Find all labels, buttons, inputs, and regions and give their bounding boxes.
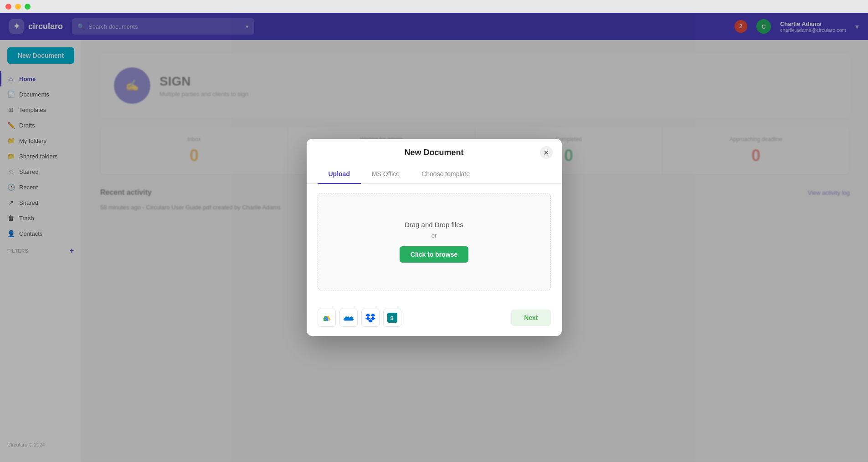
integration-icons: S: [318, 309, 401, 327]
tab-choose-template-label: Choose template: [421, 170, 470, 178]
drop-or-text: or: [336, 232, 532, 239]
browse-button[interactable]: Click to browse: [400, 246, 468, 263]
modal-tabs: Upload MS Office Choose template: [307, 165, 562, 184]
modal-body: Drag and Drop files or Click to browse: [307, 184, 562, 309]
tab-upload[interactable]: Upload: [318, 165, 361, 184]
drop-zone[interactable]: Drag and Drop files or Click to browse: [318, 193, 551, 290]
tab-upload-label: Upload: [329, 170, 350, 178]
tab-ms-office[interactable]: MS Office: [361, 165, 411, 184]
new-document-modal: New Document ✕ Upload MS Office Choose t…: [307, 139, 562, 336]
close-button[interactable]: [5, 4, 11, 10]
modal-overlay: New Document ✕ Upload MS Office Choose t…: [0, 13, 868, 462]
modal-header: New Document ✕: [307, 139, 562, 157]
modal-title: New Document: [404, 148, 463, 157]
svg-text:S: S: [390, 315, 393, 321]
tab-choose-template[interactable]: Choose template: [411, 165, 481, 184]
drop-drag-text: Drag and Drop files: [336, 221, 532, 228]
minimize-button[interactable]: [15, 4, 21, 10]
dropbox-icon[interactable]: [361, 309, 380, 327]
next-button[interactable]: Next: [511, 310, 550, 326]
onedrive-icon[interactable]: [339, 309, 358, 327]
modal-footer: S Next: [307, 309, 562, 336]
google-drive-icon[interactable]: [318, 309, 336, 327]
sharepoint-icon[interactable]: S: [383, 309, 401, 327]
titlebar: [0, 0, 868, 13]
tab-ms-office-label: MS Office: [372, 170, 400, 178]
maximize-button[interactable]: [25, 4, 31, 10]
modal-close-button[interactable]: ✕: [540, 146, 553, 159]
